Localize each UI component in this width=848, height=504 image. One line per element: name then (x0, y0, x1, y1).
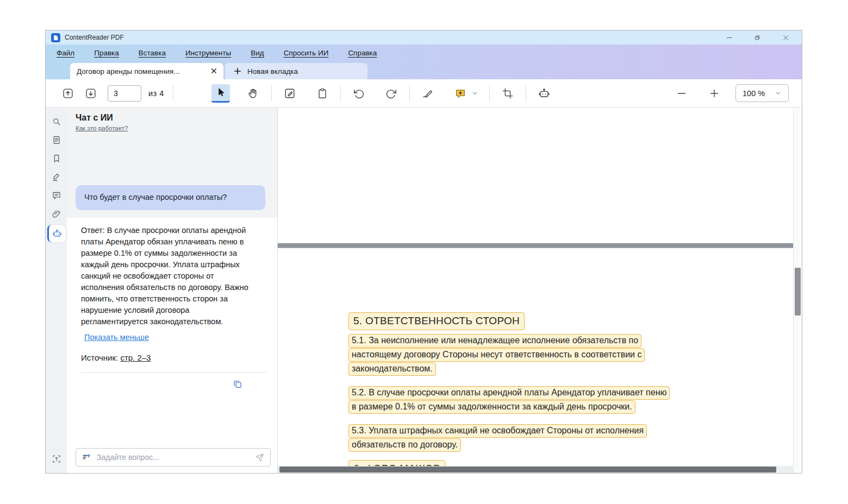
highlighted-line: 5.2. В случае просрочки оплаты арендной … (348, 386, 670, 400)
page-down-icon (85, 87, 97, 99)
document-viewer: 5. ОТВЕТСТВЕННОСТЬ СТОРОН 5.1. За неиспо… (278, 108, 802, 473)
robot-icon (538, 87, 550, 99)
sidebar-bookmarks[interactable] (49, 151, 64, 166)
chat-title: Чат с ИИ (76, 113, 269, 123)
new-tab-button[interactable]: Новая вкладка (225, 63, 367, 79)
doc-paragraph-5-2: 5.2. В случае просрочки оплаты арендной … (348, 386, 782, 414)
page-number-input[interactable] (108, 85, 141, 102)
add-comment-button[interactable] (451, 84, 470, 103)
toolbar: из 4 (46, 79, 802, 108)
tab-close-button[interactable] (211, 67, 217, 75)
page-gap (278, 243, 793, 248)
paperclip-icon (52, 209, 61, 219)
vertical-scrollbar-thumb[interactable] (795, 268, 801, 316)
select-tool-button[interactable] (211, 84, 230, 103)
zoom-out-button[interactable] (672, 84, 691, 103)
tab-document[interactable]: Договор аренды помещения... (70, 63, 223, 79)
sidebar-search[interactable] (49, 114, 64, 129)
doc-paragraph-5-1: 5.1. За неисполнение или ненадлежащее ис… (348, 334, 782, 376)
rotate-left-icon (353, 87, 365, 99)
window-title: ContentReader PDF (65, 34, 124, 41)
toolbar-divider (526, 85, 526, 102)
highlighted-line: законодательством. (348, 362, 436, 376)
menu-insert[interactable]: Вставка (139, 49, 166, 57)
search-icon (52, 117, 61, 127)
horizontal-scrollbar-thumb[interactable] (279, 467, 776, 472)
hand-tool-button[interactable] (244, 84, 263, 103)
sidebar-ai-chat[interactable] (47, 225, 66, 242)
zoom-in-button[interactable] (705, 84, 724, 103)
signature-icon (422, 87, 434, 99)
menu-view[interactable]: Вид (251, 49, 264, 57)
ai-assistant-button[interactable] (535, 84, 553, 103)
minimize-button[interactable] (724, 32, 734, 43)
page-3-content: 5. ОТВЕТСТВЕННОСТЬ СТОРОН 5.1. За неиспо… (278, 248, 793, 466)
crop-button[interactable] (498, 84, 517, 103)
window-controls (724, 32, 796, 43)
menu-help[interactable]: Справка (348, 49, 377, 57)
page-3: 5. ОТВЕТСТВЕННОСТЬ СТОРОН 5.1. За неиспо… (278, 248, 793, 466)
rotate-right-button[interactable] (382, 84, 401, 103)
page-count-label: из 4 (148, 89, 164, 98)
menu-ask-ai[interactable]: Спросить ИИ (284, 49, 329, 57)
robot-icon (52, 229, 62, 238)
app-icon (51, 33, 60, 42)
comment-dropdown-button[interactable] (470, 84, 481, 103)
sidebar-rail (46, 108, 67, 473)
cursor-icon (215, 86, 227, 98)
edit-icon (284, 87, 296, 99)
highlighted-line: 5.1. За неисполнение или ненадлежащее ис… (348, 334, 641, 348)
how-it-works-link[interactable]: Как это работает? (76, 125, 128, 131)
rotate-right-icon (385, 87, 397, 99)
user-question-bubble: Что будет в случае просрочки оплаты? (76, 185, 265, 210)
minimize-icon (726, 34, 733, 41)
source-page-link[interactable]: стр. 2–3 (120, 353, 151, 362)
sidebar-pages[interactable] (49, 133, 64, 148)
menu-tools[interactable]: Инструменты (185, 49, 231, 57)
menu-file[interactable]: Файл (57, 49, 74, 57)
highlighted-line: в размере 0.1% от суммы задолженности за… (348, 400, 635, 414)
horizontal-scrollbar[interactable] (278, 466, 793, 473)
rotate-left-button[interactable] (350, 84, 368, 103)
zoom-select[interactable]: 100 % (735, 84, 789, 102)
source-label: Источник: (81, 353, 120, 362)
ai-answer-area: Ответ: В случае просрочки оплаты арендно… (67, 218, 277, 444)
show-less-link[interactable]: Показать меньше (84, 332, 149, 343)
sidebar-signature[interactable] (49, 169, 64, 185)
plus-icon (708, 87, 720, 99)
copy-icon (232, 379, 243, 389)
text-select-tool[interactable] (49, 451, 64, 467)
toolbar-divider (489, 85, 490, 102)
vertical-scrollbar[interactable] (793, 108, 802, 473)
app-window: ContentReader PDF Файл Правка Вставка Ин… (45, 30, 802, 474)
page-down-button[interactable] (82, 84, 100, 103)
edit-tool-button[interactable] (280, 84, 299, 103)
maximize-button[interactable] (752, 32, 763, 43)
question-input[interactable] (97, 453, 250, 462)
doc-heading-5: 5. ОТВЕТСТВЕННОСТЬ СТОРОН (348, 312, 782, 330)
doc-paragraph-5-3: 5.3. Уплата штрафных санкций не освобожд… (348, 424, 782, 452)
close-button[interactable] (780, 32, 791, 43)
comment-icon (52, 191, 61, 200)
zoom-value: 100 % (743, 89, 765, 98)
clipboard-button[interactable] (313, 84, 332, 103)
chevron-down-icon (775, 90, 782, 97)
page-up-button[interactable] (59, 84, 77, 103)
clipboard-icon (316, 87, 328, 99)
sidebar-attachments[interactable] (49, 206, 64, 222)
menu-bar: Файл Правка Вставка Инструменты Вид Спро… (46, 45, 802, 61)
tab-bar: Договор аренды помещения... Новая вкладк… (46, 61, 802, 79)
menu-edit[interactable]: Правка (94, 49, 119, 57)
question-input-box[interactable] (76, 448, 271, 467)
copy-answer-button[interactable] (232, 379, 243, 393)
highlighted-heading: 5. ОТВЕТСТВЕННОСТЬ СТОРОН (348, 312, 525, 330)
signature-button[interactable] (419, 84, 437, 103)
title-bar: ContentReader PDF (46, 30, 802, 45)
sidebar-comments[interactable] (49, 188, 64, 203)
ai-chat-panel: Чат с ИИ Как это работает? Что будет в с… (67, 108, 278, 473)
tab-close-icon (211, 68, 217, 74)
chat-header: Чат с ИИ Как это работает? (67, 108, 277, 133)
ai-answer-text: Ответ: В случае просрочки оплаты арендно… (81, 225, 253, 327)
chat-input-row (67, 444, 277, 473)
text-select-icon (52, 454, 61, 464)
